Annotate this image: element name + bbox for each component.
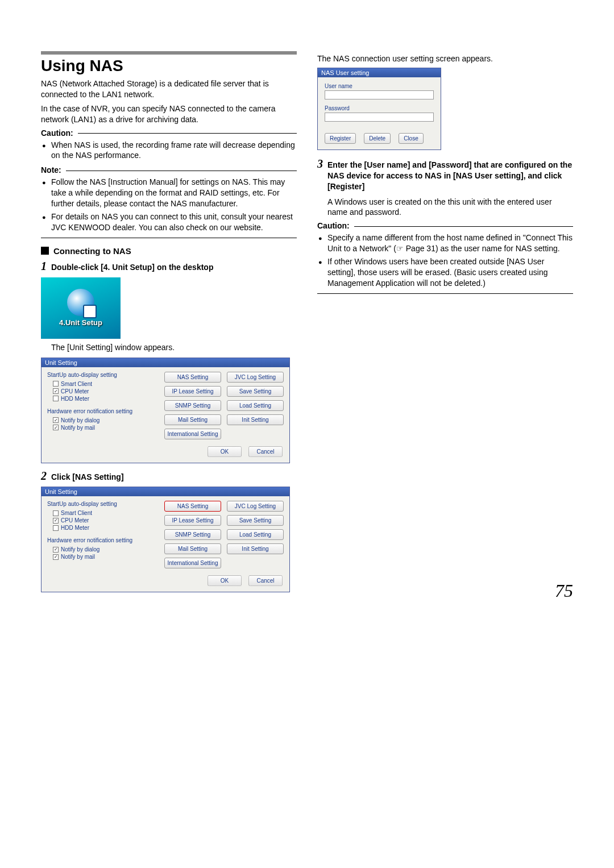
hw-error-section-label: Hardware error notification setting [47,408,157,414]
jvc-log-setting-button[interactable]: JVC Log Setting [227,372,284,383]
caution-label-row: Caution: [41,128,297,138]
load-setting-button[interactable]: Load Setting [227,529,284,540]
square-bullet-icon [41,247,49,255]
startup-section-label: StartUp auto-display setting [47,372,157,378]
jvc-log-setting-button[interactable]: JVC Log Setting [227,501,284,512]
international-setting-button[interactable]: International Setting [164,429,221,439]
caution-list-1: When NAS is used, the recording frame ra… [41,140,297,161]
page-heading: Using NAS [41,57,297,75]
unit-window-caption: The [Unit Setting] window appears. [51,342,297,353]
nas-screen-caption: The NAS connection user setting screen a… [317,53,573,64]
startup-section-label: StartUp auto-display setting [47,501,157,507]
intro-paragraph-2: In the case of NVR, you can specify NAS … [41,103,297,125]
step-number: 1 [41,260,47,272]
init-setting-button[interactable]: Init Setting [227,414,284,425]
international-setting-button[interactable]: International Setting [164,558,221,568]
step-text: Click [NAS Setting] [51,472,124,483]
step-3: 3 Enter the [User name] and [Password] t… [317,158,573,192]
mail-setting-button[interactable]: Mail Setting [164,543,221,554]
desktop-icon-label: 4.Unit Setup [59,318,102,327]
checkbox-smart-client[interactable]: Smart Client [47,509,157,517]
snmp-setting-button[interactable]: SNMP Setting [164,529,221,540]
list-item: For details on NAS you can connect to th… [51,211,297,233]
subhead-text: Connecting to NAS [53,246,131,256]
page-number: 75 [555,580,573,601]
save-setting-button[interactable]: Save Setting [227,386,284,397]
ip-lease-setting-button[interactable]: IP Lease Setting [164,386,221,397]
step-1: 1 Double-click [4. Unit Setup] on the de… [41,260,297,273]
checkbox-notify-mail[interactable]: ✓Notify by mail [47,424,157,431]
step-number: 3 [317,158,323,169]
cancel-button[interactable]: Cancel [248,575,283,586]
step-text: Enter the [User name] and [Password] tha… [327,160,573,192]
note-label: Note: [41,165,61,175]
ok-button[interactable]: OK [208,575,242,586]
checkbox-notify-mail[interactable]: ✓Notify by mail [47,553,157,560]
nas-setting-button[interactable]: NAS Setting [164,372,221,383]
snmp-setting-button[interactable]: SNMP Setting [164,400,221,411]
caution-label: Caution: [41,128,73,138]
shortcut-icon [67,289,94,316]
checkbox-notify-dialog[interactable]: ✓Notify by dialog [47,546,157,553]
checkbox-smart-client[interactable]: Smart Client [47,380,157,388]
list-item: When NAS is used, the recording frame ra… [51,140,297,161]
right-column: The NAS connection user setting screen a… [317,51,573,599]
step-text: Double-click [4. Unit Setup] on the desk… [51,262,213,273]
nas-setting-button-highlighted[interactable]: NAS Setting [164,501,221,512]
caution-label-row-2: Caution: [317,221,573,230]
step-3-caption: A Windows user is created on the this un… [327,197,573,218]
caution-list-2: Specify a name different from the host n… [317,232,573,288]
username-input[interactable] [325,90,434,99]
ip-lease-setting-button[interactable]: IP Lease Setting [164,515,221,526]
unit-setting-dialog-2: Unit Setting StartUp auto-display settin… [41,487,290,592]
checkbox-cpu-meter[interactable]: ✓CPU Meter [47,388,157,395]
register-button[interactable]: Register [325,133,356,144]
cancel-button[interactable]: Cancel [248,446,283,457]
password-label: Password [325,105,434,111]
mail-setting-button[interactable]: Mail Setting [164,414,221,425]
dialog-titlebar: Unit Setting [42,487,289,496]
list-item: Follow the NAS [Instruction Manual] for … [51,177,297,209]
password-input[interactable] [325,113,434,122]
checkbox-cpu-meter[interactable]: ✓CPU Meter [47,517,157,524]
intro-paragraph-1: NAS (Network Attached Storage) is a dedi… [41,78,297,100]
ok-button[interactable]: OK [208,446,242,457]
list-item: If other Windows users have been created… [327,256,573,289]
step-number: 2 [41,470,47,481]
checkbox-hdd-meter[interactable]: HDD Meter [47,524,157,531]
hw-error-section-label: Hardware error notification setting [47,537,157,543]
delete-button[interactable]: Delete [364,133,391,144]
nas-user-setting-dialog: NAS User setting User name Password Regi… [317,68,441,150]
checkbox-hdd-meter[interactable]: HDD Meter [47,395,157,402]
caution-label: Caution: [317,221,350,230]
dialog-titlebar: Unit Setting [42,358,289,367]
note-label-row: Note: [41,165,297,175]
section-rule [41,238,297,238]
load-setting-button[interactable]: Load Setting [227,400,284,411]
close-button[interactable]: Close [399,133,424,144]
note-list-1: Follow the NAS [Instruction Manual] for … [41,177,297,232]
step-2: 2 Click [NAS Setting] [41,470,297,483]
checkbox-notify-dialog[interactable]: ✓Notify by dialog [47,417,157,424]
subhead-connecting: Connecting to NAS [41,246,297,256]
save-setting-button[interactable]: Save Setting [227,515,284,526]
list-item: Specify a name different from the host n… [327,232,573,254]
username-label: User name [325,83,434,89]
left-column: Using NAS NAS (Network Attached Storage)… [41,51,297,599]
unit-setup-desktop-icon[interactable]: 4.Unit Setup [41,277,121,339]
init-setting-button[interactable]: Init Setting [227,543,284,554]
heading-rule [41,51,297,55]
dialog-titlebar: NAS User setting [318,68,441,77]
unit-setting-dialog-1: Unit Setting StartUp auto-display settin… [41,358,290,463]
section-rule [317,293,573,294]
